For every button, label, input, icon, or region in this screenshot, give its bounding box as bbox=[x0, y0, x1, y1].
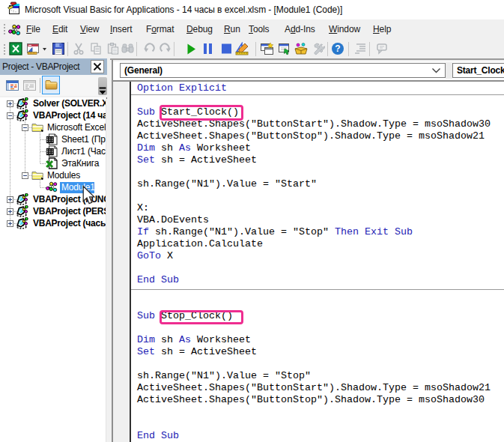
svg-text:?: ? bbox=[335, 43, 340, 54]
